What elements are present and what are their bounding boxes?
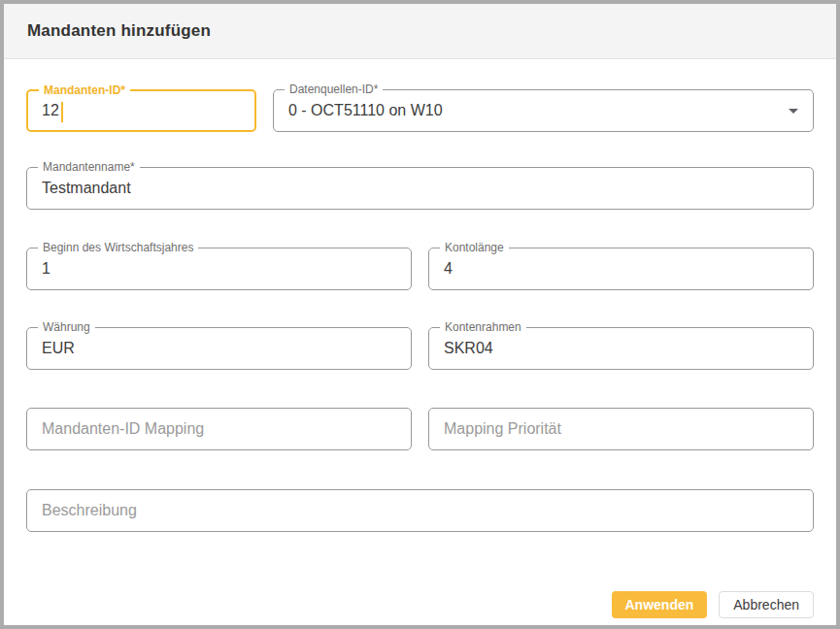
form-row-2: Mandantenname* — [26, 167, 814, 210]
kontenrahmen-field: Kontenrahmen — [428, 327, 814, 370]
add-mandant-dialog: Mandanten hinzufügen Mandanten-ID* Daten… — [0, 0, 840, 629]
waehrung-label: Währung — [38, 320, 95, 335]
kontenrahmen-label: Kontenrahmen — [440, 320, 526, 335]
dialog-actions: Anwenden Abbrechen — [26, 591, 814, 618]
form-row-4: Währung Kontenrahmen — [26, 327, 814, 370]
kontolaenge-field: Kontolänge — [428, 248, 814, 290]
mandantenname-label: Mandantenname* — [38, 160, 140, 175]
form-row-1: Mandanten-ID* Datenquellen-ID* 0 - OCT51… — [26, 89, 814, 132]
apply-button[interactable]: Anwenden — [612, 591, 708, 618]
mandantenname-input[interactable] — [27, 168, 813, 209]
mandanten-id-field: Mandanten-ID* — [26, 89, 256, 132]
waehrung-field: Währung — [26, 327, 412, 370]
mandanten-id-mapping-field — [26, 408, 412, 450]
form-row-3: Beginn des Wirtschaftsjahres Kontolänge — [26, 248, 814, 290]
mapping-prioritaet-input[interactable] — [429, 409, 813, 449]
mandantenname-field: Mandantenname* — [26, 167, 814, 210]
form-row-6 — [26, 489, 814, 532]
mandanten-id-mapping-input[interactable] — [27, 409, 411, 449]
mandanten-id-label: Mandanten-ID* — [39, 83, 130, 98]
beschreibung-field — [26, 489, 814, 532]
chevron-down-icon — [789, 109, 798, 114]
beschreibung-input[interactable] — [27, 490, 813, 531]
beginn-wirtschaftsjahres-label: Beginn des Wirtschaftsjahres — [38, 241, 198, 255]
form-row-5 — [26, 408, 814, 450]
dialog-content: Mandanten-ID* Datenquellen-ID* 0 - OCT51… — [4, 59, 836, 625]
dialog-header: Mandanten hinzufügen — [4, 4, 836, 59]
datenquellen-id-label: Datenquellen-ID* — [285, 83, 383, 97]
beginn-wirtschaftsjahres-field: Beginn des Wirtschaftsjahres — [26, 248, 412, 290]
kontolaenge-label: Kontolänge — [440, 241, 509, 255]
datenquellen-id-select[interactable]: Datenquellen-ID* 0 - OCT51110 on W10 — [273, 89, 814, 132]
dialog-title: Mandanten hinzufügen — [27, 21, 211, 41]
text-cursor — [61, 102, 63, 122]
cancel-button[interactable]: Abbrechen — [719, 591, 814, 618]
mapping-prioritaet-field — [428, 408, 814, 450]
